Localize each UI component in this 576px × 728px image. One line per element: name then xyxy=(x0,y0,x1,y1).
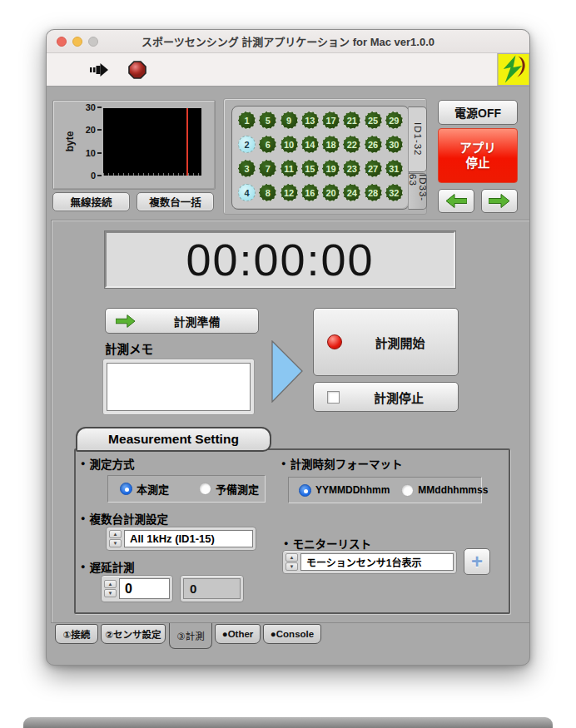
tab-id33-63[interactable]: ID33-63 xyxy=(408,173,427,210)
plus-icon: + xyxy=(471,550,483,573)
sensor-id-25[interactable]: 25 xyxy=(365,111,382,129)
tab-other[interactable]: ●Other xyxy=(215,624,261,644)
sensor-id-4[interactable]: 4 xyxy=(238,184,256,201)
radio-unselected-icon xyxy=(401,484,414,497)
radio-main-measure[interactable]: 本測定 xyxy=(120,481,169,497)
sensor-id-23[interactable]: 23 xyxy=(343,160,360,177)
memo-frame xyxy=(102,359,255,415)
radio-selected-icon xyxy=(120,483,132,495)
measure-stop-label: 計測停止 xyxy=(340,389,458,406)
spinner-arrows: ▲▼ xyxy=(286,553,298,571)
sensor-id-17[interactable]: 17 xyxy=(322,111,340,129)
stop-icon[interactable] xyxy=(128,61,146,79)
measure-prepare-button[interactable]: 計測準備 xyxy=(105,308,259,334)
spin-down-icon[interactable]: ▼ xyxy=(286,562,298,571)
chart-plot-area[interactable] xyxy=(103,108,201,176)
green-right-arrow-icon xyxy=(116,314,136,328)
sensor-id-31[interactable]: 31 xyxy=(385,160,403,177)
wireless-connect-label: 無線接続 xyxy=(70,194,112,210)
y-tick-label: 20 xyxy=(86,125,102,135)
sensor-id-6[interactable]: 6 xyxy=(259,136,276,153)
run-arrow-icon[interactable] xyxy=(90,61,110,79)
sensor-id-10[interactable]: 10 xyxy=(281,136,298,153)
sensor-id-1[interactable]: 1 xyxy=(238,111,256,129)
sensor-id-tabs: ID1-32 ID33-63 xyxy=(408,106,427,210)
monitor-list-value[interactable]: モーションセンサ1台表示 xyxy=(300,553,454,571)
app-stop-button[interactable]: アプリ停止 xyxy=(438,128,518,183)
sensor-id-7[interactable]: 7 xyxy=(259,160,276,177)
chart-cursor-line xyxy=(186,108,188,176)
sensor-grid: 1591317212529261014182226303711151923273… xyxy=(231,106,410,210)
app-window: スポーツセンシング 計測アプリケーション for Mac ver1.0.0 b xyxy=(46,29,530,666)
power-off-button[interactable]: 電源OFF xyxy=(438,100,518,125)
sensor-id-5[interactable]: 5 xyxy=(259,111,276,129)
multi-measure-value[interactable]: All 1kHz (ID1-15) xyxy=(124,530,253,547)
sensor-id-11[interactable]: 11 xyxy=(281,160,298,177)
timer-display: 00:00:00 xyxy=(105,231,455,288)
app-stop-label: アプリ停止 xyxy=(459,141,496,171)
tab-id1-32[interactable]: ID1-32 xyxy=(408,106,427,172)
multi-unit-batch-button[interactable]: 複数台一括 xyxy=(137,192,214,211)
sensor-id-13[interactable]: 13 xyxy=(301,111,319,129)
sensor-id-21[interactable]: 21 xyxy=(343,111,360,129)
sensor-id-3[interactable]: 3 xyxy=(238,160,256,177)
sensor-id-16[interactable]: 16 xyxy=(301,184,319,201)
prev-page-button[interactable] xyxy=(438,189,474,213)
sensor-id-26[interactable]: 26 xyxy=(365,136,382,153)
sensor-id-27[interactable]: 27 xyxy=(365,160,382,177)
spin-up-icon[interactable]: ▲ xyxy=(286,553,298,562)
zoom-window-button[interactable] xyxy=(88,37,98,47)
title-bar: スポーツセンシング 計測アプリケーション for Mac ver1.0.0 xyxy=(47,30,529,53)
add-monitor-button[interactable]: + xyxy=(464,548,490,575)
spin-up-icon[interactable]: ▲ xyxy=(104,580,117,588)
sensor-id-28[interactable]: 28 xyxy=(365,184,382,201)
sensor-id-30[interactable]: 30 xyxy=(385,136,403,153)
delay-value[interactable]: 0 xyxy=(119,578,170,599)
sensor-id-8[interactable]: 8 xyxy=(259,184,276,201)
sensor-id-19[interactable]: 19 xyxy=(322,160,340,177)
next-page-button[interactable] xyxy=(481,189,518,213)
spin-up-icon[interactable]: ▲ xyxy=(109,530,122,538)
memo-input[interactable] xyxy=(107,363,251,411)
spin-down-icon[interactable]: ▼ xyxy=(109,539,122,547)
sensor-id-24[interactable]: 24 xyxy=(343,184,360,201)
wireless-connect-button[interactable]: 無線接続 xyxy=(52,192,130,211)
measure-stop-button[interactable]: 計測停止 xyxy=(313,382,459,412)
sensor-id-9[interactable]: 9 xyxy=(281,111,298,129)
minimize-window-button[interactable] xyxy=(72,37,82,47)
sensor-id-22[interactable]: 22 xyxy=(343,136,360,153)
monitor-list-selector: ▲▼ モーションセンサ1台表示 xyxy=(282,550,457,574)
y-tick-label: 30 xyxy=(86,102,102,112)
spin-down-icon[interactable]: ▼ xyxy=(104,589,117,597)
method-radio-group: 本測定 予備測定 xyxy=(107,475,266,503)
measure-start-button[interactable]: 計測開始 xyxy=(313,308,459,376)
radio-selected-icon xyxy=(299,484,311,497)
sensor-id-18[interactable]: 18 xyxy=(322,136,340,153)
tab-measurement[interactable]: ③計測 xyxy=(169,623,212,649)
sensor-id-32[interactable]: 32 xyxy=(385,184,403,201)
sensor-id-15[interactable]: 15 xyxy=(301,160,319,177)
stop-checkbox-icon[interactable] xyxy=(327,391,340,404)
multi-measure-selector: ▲▼ All 1kHz (ID1-15) xyxy=(106,527,256,551)
power-off-label: 電源OFF xyxy=(454,104,501,121)
multi-measure-label: ●複数台計測設定 xyxy=(81,510,168,527)
flow-arrow-triangle-icon xyxy=(271,340,303,403)
time-format-radio-group: YYMMDDhhmm MMddhhmmss xyxy=(288,477,482,503)
radio-preliminary-measure[interactable]: 予備測定 xyxy=(199,481,259,497)
sensor-id-2[interactable]: 2 xyxy=(238,136,256,153)
close-window-button[interactable] xyxy=(57,37,67,47)
sensor-id-20[interactable]: 20 xyxy=(322,184,340,201)
window-title: スポーツセンシング 計測アプリケーション for Mac ver1.0.0 xyxy=(47,33,529,49)
radio-yymmddhhmm[interactable]: YYMMDDhhmm xyxy=(299,484,390,497)
tab-console[interactable]: ●Console xyxy=(263,624,321,644)
time-format-label: ●計測時刻フォーマット xyxy=(281,455,402,472)
byte-chart-panel: byte 3020100 xyxy=(52,100,216,190)
sensor-id-29[interactable]: 29 xyxy=(385,111,403,129)
tab-sensor-setting[interactable]: ②センサ設定 xyxy=(101,624,166,644)
multi-unit-batch-label: 複数台一括 xyxy=(149,194,201,210)
tab-connect[interactable]: ①接続 xyxy=(55,624,98,644)
sensor-id-12[interactable]: 12 xyxy=(281,184,298,201)
radio-mmddhhmmss[interactable]: MMddhhmmss xyxy=(401,484,488,497)
monitor-list-label: ●モニターリスト xyxy=(284,535,371,552)
sensor-id-14[interactable]: 14 xyxy=(301,136,319,153)
